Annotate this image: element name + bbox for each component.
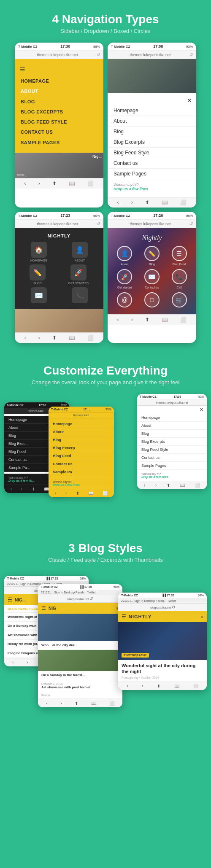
phone-yellow-item-0[interactable]: Homepage [49,420,114,428]
phone-white-item-6[interactable]: Sample Pages [137,462,207,470]
phone3-reload-icon[interactable]: ↺ [97,221,100,226]
phone-white-item-1[interactable]: About [137,422,207,430]
phone4-circle-cart[interactable]: 🛒 [172,292,187,307]
share-icon[interactable]: ⬆ [145,199,149,205]
phone2-menu-item-0[interactable]: Homepage [108,105,196,116]
share-icon[interactable]: ⬆ [167,483,170,488]
phone4-circle-square[interactable]: □ [144,292,160,307]
phone4-circle-contact[interactable]: ✉️ Contact us [144,269,160,289]
phone3-icon-mail[interactable]: ✉️ [31,287,47,303]
blog-feed-post-1[interactable]: On a Sunday in the forest... [38,650,122,680]
tabs-icon[interactable]: ⬜ [180,199,187,205]
phone2-tagline-link[interactable]: Drop us a few lines [114,187,148,191]
phone4-reload-icon[interactable]: ↺ [189,221,193,226]
phone-yellow-item-2[interactable]: Blog [49,436,114,444]
tabs-icon[interactable]: ⬜ [103,491,108,496]
phone4-circle-blog[interactable]: ✏️ Blog [144,246,160,266]
phone3-icon-getstarted[interactable]: 🚀 GET STARTED [68,264,89,285]
bookmark-icon[interactable]: 📖 [69,181,75,186]
phone1-menu-item-4[interactable]: BLOG FEED STYLE [15,117,103,127]
phone2-close-btn[interactable]: ✕ [108,95,196,105]
phone1-menu-item-2[interactable]: BLOG [15,97,103,107]
bookmark-icon[interactable]: 📖 [174,684,179,688]
blog-feed-reload[interactable]: ↺ [89,596,93,601]
phone1-menu-item-1[interactable]: ABOUT [15,86,103,96]
share-icon[interactable]: ⬆ [52,335,57,341]
phone3-icon-blog[interactable]: ✏️ BLOG [30,264,46,285]
tabs-icon[interactable]: ⬜ [195,483,200,488]
phone2-menu-item-5[interactable]: Contact us [108,158,196,169]
tabs-icon[interactable]: ⬜ [87,335,94,341]
back-icon[interactable]: ‹ [117,199,119,205]
phone-yellow-item-6[interactable]: Sample Pa [49,468,114,476]
blog-feed-post-0[interactable]: Won... at the city dur... [38,614,122,650]
back-icon[interactable]: ‹ [24,181,26,186]
back-icon[interactable]: ‹ [12,660,14,665]
back-icon[interactable]: ‹ [11,487,12,491]
phone4-circle-call[interactable]: 📞 Call [172,269,187,289]
phone2-menu-item-2[interactable]: Blog [108,127,196,137]
phone-white-item-2[interactable]: Blog [137,430,207,438]
phone3-icon-about[interactable]: 👤 ABOUT [72,242,88,262]
bookmark-icon[interactable]: 📖 [162,199,168,205]
phone1-menu-item-3[interactable]: BLOG EXCERPTS [15,107,103,117]
phone-yellow-item-4[interactable]: Blog Feed [49,452,114,460]
forward-icon[interactable]: › [27,660,28,665]
tabs-icon[interactable]: ⬜ [193,684,198,688]
forward-icon[interactable]: › [38,335,40,341]
blog-excerpts-hamburger[interactable]: ☰ [122,614,126,620]
phone1-reload-icon[interactable]: ↺ [97,52,100,57]
tabs-icon[interactable]: ⬜ [109,701,114,706]
share-icon[interactable]: ⬆ [52,181,57,186]
phone4-circle-about[interactable]: 👤 About [117,246,132,266]
forward-icon[interactable]: › [155,483,157,488]
phone4-circle-getstarted[interactable]: 🚀 Get started [117,269,132,289]
phone-yellow-item-1[interactable]: About [49,428,114,436]
blog-feed-post-2[interactable]: October 9, 2014 Art showcase with post f… [38,680,122,692]
phone-dark-tagline-link[interactable]: Drop us a few lin... [8,479,35,482]
tabs-icon[interactable]: ⬜ [87,181,94,186]
phone-white-item-3[interactable]: Blog Excerpts [137,438,207,446]
hamburger-icon[interactable]: ☰ [20,66,25,73]
phone1-menu-item-6[interactable]: SAMPLE PAGES [15,137,103,148]
forward-icon[interactable]: › [38,181,40,186]
phone4-circle-blogfeed[interactable]: ☰ Blog Feed [172,246,187,266]
phone4-circle-at[interactable]: @ [117,292,132,307]
phone-white-item-5[interactable]: Contact us [137,454,207,462]
phone-white-tagline-link[interactable]: Drop us a few lines [141,475,168,478]
back-icon[interactable]: ‹ [24,335,26,341]
blog-excerpts-title[interactable]: Wonderful sight at the city during the n… [122,663,203,675]
blog-excerpts-reload[interactable]: ↺ [172,605,175,609]
phone2-menu-item-1[interactable]: About [108,116,196,127]
back-icon[interactable]: ‹ [117,317,119,323]
share-icon[interactable]: ⬆ [75,701,78,706]
forward-icon[interactable]: › [142,684,143,688]
phone-white-item-0[interactable]: Homepage [137,414,207,422]
phone1-menu-item-5[interactable]: CONTACT US [15,127,103,137]
phone2-menu-item-4[interactable]: Blog Feed Style [108,148,196,158]
phone-white-item-4[interactable]: Blog Feed Style [137,446,207,454]
forward-icon[interactable]: › [131,199,133,205]
blog-feed-ready[interactable]: Ready [38,692,122,699]
forward-icon[interactable]: › [60,701,62,706]
phone2-reload-icon[interactable]: ↺ [189,52,193,57]
phone2-menu-item-6[interactable]: Sample Pages [108,169,196,179]
phone1-menu-item-0[interactable]: HOMEPAGE [15,76,103,86]
back-icon[interactable]: ‹ [127,684,128,688]
back-icon[interactable]: ‹ [55,491,56,496]
phone-white-close-btn[interactable]: ✕ [137,406,207,414]
bookmark-icon[interactable]: 📖 [69,335,75,341]
blog-excerpts-bars[interactable]: ≡ [201,615,203,619]
blog-classic-hamburger[interactable]: ☰ [8,597,12,603]
back-icon[interactable]: ‹ [144,483,145,488]
phone3-icon-homepage[interactable]: 🏠 HOMEPAGE [30,242,47,262]
share-icon[interactable]: ⬆ [32,487,35,491]
back-icon[interactable]: ‹ [46,701,47,706]
phone3-icon-phone[interactable]: 📞 [72,287,88,303]
phone-yellow-item-5[interactable]: Contact us [49,460,114,468]
bookmark-icon[interactable]: 📖 [180,483,185,488]
tabs-icon[interactable]: ⬜ [180,317,187,323]
bookmark-icon[interactable]: 📖 [91,701,96,706]
bookmark-icon[interactable]: 📖 [162,317,168,323]
forward-icon[interactable]: › [21,487,22,491]
